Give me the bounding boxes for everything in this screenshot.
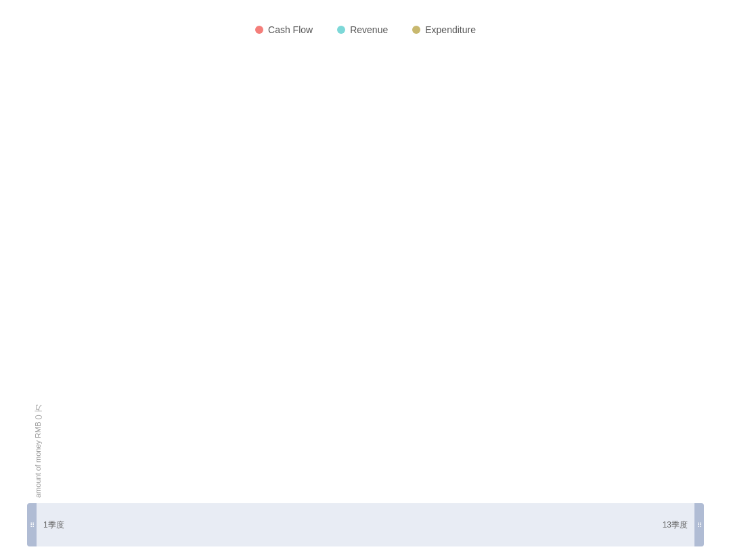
svg-text:-200: -200 <box>56 452 72 462</box>
chart-inner: 28016040-80-200257.70144.0072.00138.4554… <box>43 43 704 498</box>
chart-navigator[interactable]: ⠿ 1季度 13季度 ⠿ <box>27 503 704 546</box>
svg-point-65 <box>223 177 228 182</box>
svg-point-62 <box>75 80 80 85</box>
navigator-start-label: 1季度 <box>37 519 71 531</box>
svg-text:96.00: 96.00 <box>217 217 234 225</box>
svg-text:220.80: 220.80 <box>313 100 335 108</box>
svg-text:86.40: 86.40 <box>464 210 481 218</box>
svg-text:7季度: 7季度 <box>366 457 385 475</box>
navigator-chart-svg <box>71 509 656 541</box>
svg-text:55.80: 55.80 <box>562 250 580 258</box>
svg-point-58 <box>520 181 525 185</box>
svg-point-84 <box>520 220 525 225</box>
svg-text:84.00: 84.00 <box>414 212 432 220</box>
legend-revenue[interactable]: Revenue <box>337 24 388 35</box>
svg-text:2季度: 2季度 <box>119 457 138 475</box>
svg-point-68 <box>372 211 376 216</box>
y-axis-label: amount of money RMB (万) <box>27 43 43 498</box>
svg-point-69 <box>421 174 426 179</box>
main-chart-svg: 28016040-80-200257.70144.0072.00138.4554… <box>43 43 704 498</box>
svg-text:40: 40 <box>63 256 72 265</box>
svg-text:138.45: 138.45 <box>215 168 236 176</box>
svg-text:134.40: 134.40 <box>610 171 632 179</box>
svg-point-63 <box>125 172 129 177</box>
legend-dot-cashflow <box>255 26 263 34</box>
svg-text:11季度: 11季度 <box>562 455 584 477</box>
svg-text:244.36: 244.36 <box>659 80 681 89</box>
svg-text:-119.55: -119.55 <box>263 394 287 402</box>
svg-point-72 <box>569 112 574 117</box>
svg-point-57 <box>470 220 475 225</box>
svg-text:39.45: 39.45 <box>266 264 284 272</box>
svg-text:-80: -80 <box>60 354 72 364</box>
navigator-end-label: 13季度 <box>656 519 694 531</box>
svg-point-66 <box>273 247 278 252</box>
svg-text:5季度: 5季度 <box>267 457 286 475</box>
chart-legend: Cash Flow Revenue Expenditure <box>27 14 704 41</box>
svg-point-60 <box>619 181 623 185</box>
navigator-left-handle[interactable]: ⠿ <box>27 503 37 546</box>
svg-text:1季度: 1季度 <box>70 457 89 475</box>
svg-text:6季度: 6季度 <box>317 457 336 475</box>
svg-point-74 <box>668 91 673 95</box>
svg-text:280: 280 <box>58 59 72 68</box>
legend-label-expenditure: Expenditure <box>425 24 476 35</box>
legend-cashflow[interactable]: Cash Flow <box>255 24 313 35</box>
svg-point-73 <box>619 116 623 120</box>
svg-point-78 <box>223 212 228 217</box>
navigator-right-handle[interactable]: ⠿ <box>694 503 704 546</box>
svg-text:84.00: 84.00 <box>68 227 86 235</box>
svg-text:134.40: 134.40 <box>511 171 533 179</box>
svg-text:187.21: 187.21 <box>511 128 533 136</box>
chart-container: Cash Flow Revenue Expenditure amount of … <box>0 0 731 560</box>
svg-text:84.00: 84.00 <box>414 227 432 235</box>
svg-text:55.80: 55.80 <box>365 250 382 258</box>
legend-label-revenue: Revenue <box>350 24 388 35</box>
svg-text:61.80: 61.80 <box>118 246 135 254</box>
legend-expenditure[interactable]: Expenditure <box>412 24 476 35</box>
legend-label-cashflow: Cash Flow <box>268 24 313 35</box>
svg-text:13季度: 13季度 <box>661 455 683 477</box>
svg-text:9季度: 9季度 <box>465 457 484 475</box>
svg-text:257.70: 257.70 <box>66 70 88 78</box>
svg-point-49 <box>75 434 80 438</box>
svg-point-81 <box>372 245 376 250</box>
svg-point-87 <box>668 245 673 250</box>
svg-point-59 <box>569 220 574 225</box>
svg-point-77 <box>174 232 179 237</box>
svg-text:54.00: 54.00 <box>266 237 284 245</box>
svg-point-80 <box>322 240 327 245</box>
chart-area: amount of money RMB (万) 28016040-80-2002… <box>27 43 704 498</box>
svg-text:61.80: 61.80 <box>315 246 333 254</box>
svg-point-71 <box>520 137 525 142</box>
svg-text:160: 160 <box>58 158 72 167</box>
svg-text:213.76: 213.76 <box>610 106 632 114</box>
svg-point-50 <box>125 366 129 371</box>
svg-text:10季度: 10季度 <box>512 455 535 477</box>
svg-point-83 <box>470 240 475 245</box>
svg-point-51 <box>174 352 179 357</box>
svg-text:141.60: 141.60 <box>412 165 434 173</box>
svg-text:114.60: 114.60 <box>462 187 483 195</box>
svg-point-76 <box>125 240 129 245</box>
svg-point-52 <box>223 388 228 392</box>
svg-text:72.00: 72.00 <box>167 237 185 245</box>
svg-point-86 <box>619 220 623 225</box>
navigator-inner <box>71 503 656 546</box>
svg-point-85 <box>569 245 574 250</box>
svg-text:97.20: 97.20 <box>365 202 382 210</box>
svg-text:-75.30: -75.30 <box>166 358 186 366</box>
svg-point-75 <box>75 222 80 227</box>
svg-text:-91.50: -91.50 <box>116 371 137 379</box>
svg-text:12季度: 12季度 <box>611 455 634 477</box>
svg-text:72.00: 72.00 <box>167 222 185 230</box>
svg-text:-173.70: -173.70 <box>65 438 89 446</box>
svg-text:3季度: 3季度 <box>169 457 187 475</box>
svg-point-82 <box>421 222 426 227</box>
svg-text:86.40: 86.40 <box>513 225 531 233</box>
svg-point-53 <box>273 389 278 394</box>
svg-text:8季度: 8季度 <box>416 457 435 475</box>
svg-text:61.80: 61.80 <box>315 231 333 239</box>
svg-text:55.80: 55.80 <box>661 250 679 258</box>
svg-rect-101 <box>77 50 81 60</box>
